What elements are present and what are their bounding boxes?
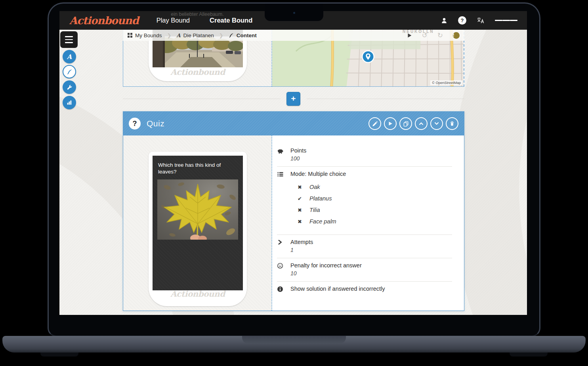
bound-a-icon: A (176, 32, 180, 38)
feather-icon (67, 69, 73, 75)
nav-play-bound[interactable]: Play Bound (147, 11, 200, 30)
quiz-question-text: Which tree has this kind of leaves? (153, 156, 243, 179)
street-photo (153, 36, 243, 67)
list-icon (277, 171, 290, 230)
laptop-base-groove (242, 336, 346, 344)
answer-option: ✖ Oak (298, 184, 452, 190)
user-icon[interactable] (441, 17, 447, 24)
actionbound-logo[interactable]: Actionbound (69, 15, 139, 27)
wrench-icon (67, 84, 73, 90)
solution-label: Show solution if answered incorrectly (290, 286, 452, 292)
breadcrumb-bound[interactable]: A Die Platanen (176, 32, 214, 38)
sidebar-item-bound[interactable]: A (63, 50, 76, 63)
frown-face-icon (277, 262, 290, 276)
divider (307, 99, 464, 99)
breadcrumb-separator: ❯ (167, 32, 172, 38)
points-label: Points (290, 147, 452, 154)
answer-option-label: Tilia (309, 207, 320, 213)
chart-icon (67, 100, 72, 105)
grid-icon (128, 33, 132, 38)
breadcrumb: My Bounds ❯ A Die Platanen ❯ Content (123, 30, 464, 41)
phone-screen: Which tree has this kind of leaves? (153, 156, 243, 290)
redo-button[interactable]: ↻ (437, 32, 443, 39)
laptop-foot (40, 353, 78, 356)
quiz-settings-panel: Points 100 Mode: Multiple choice (272, 135, 464, 311)
laptop-mockup: Actionbound (0, 0, 588, 366)
wrong-mark-icon: ✖ (298, 184, 304, 190)
mode-row: Mode: Multiple choice ✖ Oak ✔ Platanus (277, 167, 452, 235)
move-down-button[interactable] (430, 117, 443, 130)
browser-viewport: Actionbound (59, 11, 527, 315)
nav-create-bound[interactable]: Create Bound (200, 11, 262, 30)
navbar-icons: ? (441, 16, 517, 25)
mode-label: Mode: Multiple choice (290, 171, 452, 177)
correct-mark-icon: ✔ (298, 196, 304, 202)
chevron-right-icon (277, 239, 290, 253)
actionbound-watermark: Actionbound (149, 289, 247, 299)
preview-button[interactable] (384, 117, 397, 130)
answer-option: ✖ Face palm (298, 218, 452, 225)
play-icon (388, 121, 393, 126)
answer-option-label: Face palm (309, 218, 336, 225)
quiz-card: ? Quiz (123, 111, 464, 311)
penalty-value: 10 (290, 270, 452, 276)
solution-row: Show solution if answered incorrectly (277, 282, 452, 299)
bound-toolbar: ↺ ↻ ! (407, 32, 460, 39)
wrong-mark-icon: ✖ (298, 219, 304, 225)
play-icon (407, 33, 412, 38)
help-icon[interactable]: ? (458, 16, 466, 25)
map-marker[interactable] (361, 50, 375, 63)
laptop-foot (510, 353, 548, 356)
answer-option: ✖ Tilia (298, 207, 452, 213)
language-icon[interactable] (477, 17, 484, 23)
quiz-card-title: Quiz (147, 119, 164, 128)
play-preview-button[interactable] (407, 33, 412, 38)
sidebar-item-results[interactable] (63, 96, 76, 109)
camera-notch (265, 4, 323, 21)
penalty-row: Penalty for incorrect answer 10 (277, 258, 452, 282)
nav-links: Play Bound Create Bound (147, 11, 263, 30)
feather-icon (229, 33, 234, 38)
chevron-up-icon (418, 121, 424, 126)
alert-icon[interactable]: ! (453, 32, 460, 39)
move-up-button[interactable] (415, 117, 428, 130)
leaf-photo (157, 179, 238, 240)
attempts-value: 1 (290, 247, 452, 253)
duplicate-button[interactable] (399, 117, 412, 130)
sidebar-menu-button[interactable] (60, 31, 78, 48)
answer-option: ✔ Platanus (298, 195, 452, 202)
answer-option-label: Platanus (309, 195, 332, 202)
attempts-row: Attempts 1 (277, 235, 452, 258)
attempts-label: Attempts (290, 239, 452, 245)
undo-button[interactable]: ↺ (422, 32, 428, 39)
actionbound-watermark: Actionbound (149, 67, 247, 77)
points-row: Points 100 (277, 143, 452, 167)
points-value: 100 (290, 155, 452, 162)
phone-preview: Which tree has this kind of leaves? (149, 152, 247, 306)
delete-button[interactable] (446, 117, 458, 130)
copy-icon (403, 121, 409, 127)
piggy-bank-icon (277, 147, 290, 162)
map-attribution: © OpenStreetMap (430, 80, 462, 85)
chevron-down-icon (434, 121, 439, 126)
sidebar-item-content[interactable] (63, 65, 76, 78)
sidebar-item-settings[interactable] (63, 80, 76, 94)
quiz-card-actions (368, 117, 458, 130)
answer-option-label: Oak (309, 184, 320, 190)
breadcrumb-my-bounds[interactable]: My Bounds (128, 32, 162, 38)
divider (123, 99, 281, 99)
bound-a-icon: A (67, 53, 72, 61)
answer-options: ✖ Oak ✔ Platanus ✖ Tilia (298, 184, 452, 225)
add-element-button[interactable]: + (286, 92, 300, 106)
quiz-type-icon: ? (129, 118, 141, 130)
info-icon (277, 286, 290, 294)
pencil-icon (372, 121, 378, 127)
menu-icon[interactable] (495, 19, 517, 22)
trash-icon (449, 121, 455, 126)
breadcrumb-content[interactable]: Content (229, 32, 257, 38)
penalty-label: Penalty for incorrect answer (290, 262, 452, 269)
edit-button[interactable] (368, 117, 381, 130)
quiz-card-header: ? Quiz (123, 112, 464, 135)
laptop-lid: Actionbound (48, 2, 540, 337)
wrong-mark-icon: ✖ (298, 207, 304, 213)
